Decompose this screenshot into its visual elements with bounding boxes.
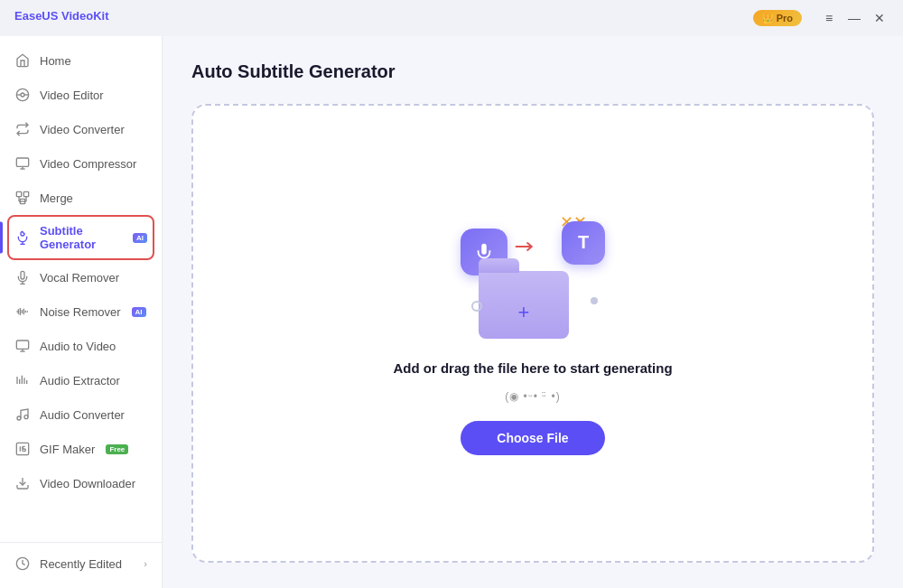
sidebar-label-audio-converter: Audio Converter bbox=[40, 408, 125, 422]
merge-icon bbox=[14, 190, 31, 206]
titlebar: EaseUS VideoKit Pro ≡ — ✕ bbox=[0, 0, 903, 36]
sidebar-item-home[interactable]: Home bbox=[0, 43, 162, 78]
minimize-button[interactable]: — bbox=[842, 5, 867, 31]
svg-rect-8 bbox=[23, 191, 28, 196]
sidebar-item-video-converter[interactable]: Video Converter bbox=[0, 112, 162, 146]
video-compressor-icon bbox=[14, 155, 31, 172]
folder-plus-icon: + bbox=[510, 299, 537, 326]
chevron-right-icon: › bbox=[144, 558, 147, 569]
home-icon bbox=[14, 52, 31, 69]
sidebar-label-home: Home bbox=[40, 54, 71, 68]
sidebar-item-noise-remover[interactable]: Noise Remover AI bbox=[0, 294, 162, 329]
recently-edited-item[interactable]: Recently Edited › bbox=[0, 546, 162, 581]
drop-zone-sub-text: (◉ •ᵕ• ᵕ̈ •) bbox=[505, 390, 561, 403]
dot-decoration bbox=[591, 297, 598, 304]
sidebar-item-audio-to-video[interactable]: Audio to Video bbox=[0, 329, 162, 363]
audio-to-video-icon bbox=[14, 338, 31, 354]
noise-remover-icon bbox=[14, 303, 31, 320]
sidebar-label-merge: Merge bbox=[40, 191, 73, 205]
svg-point-1 bbox=[21, 93, 24, 97]
sidebar-label-video-compressor: Video Compressor bbox=[40, 157, 136, 171]
vocal-remover-icon bbox=[14, 269, 31, 285]
upload-illustration: ✕✕ ⤡ T + bbox=[461, 212, 605, 339]
sidebar-item-video-downloader[interactable]: Video Downloader bbox=[0, 466, 162, 500]
sidebar-item-merge[interactable]: Merge bbox=[0, 181, 162, 215]
sidebar-item-video-compressor[interactable]: Video Compressor bbox=[0, 146, 162, 181]
audio-extractor-icon bbox=[14, 372, 31, 388]
sidebar-item-subtitle-generator[interactable]: Subtitle Generator AI bbox=[0, 215, 162, 260]
sidebar: Home Video Editor Video Converter Video … bbox=[0, 36, 163, 588]
menu-button[interactable]: ≡ bbox=[816, 5, 842, 31]
page-title: Auto Subtitle Generator bbox=[191, 61, 874, 82]
svg-point-34 bbox=[24, 415, 28, 419]
svg-rect-4 bbox=[16, 158, 28, 166]
app-logo: EaseUS VideoKit bbox=[14, 9, 109, 23]
sidebar-label-audio-to-video: Audio to Video bbox=[40, 340, 116, 353]
video-editor-icon bbox=[14, 87, 31, 103]
gif-maker-icon bbox=[14, 441, 31, 457]
choose-file-button[interactable]: Choose File bbox=[461, 421, 604, 455]
drop-zone-main-text: Add or drag the file here to start gener… bbox=[393, 360, 672, 376]
sidebar-label-video-converter: Video Converter bbox=[40, 123, 125, 136]
sidebar-item-audio-extractor[interactable]: Audio Extractor bbox=[0, 363, 162, 397]
drop-zone[interactable]: ✕✕ ⤡ T + Add or bbox=[191, 104, 874, 563]
sidebar-label-video-editor: Video Editor bbox=[40, 89, 104, 102]
ai-badge-subtitle: AI bbox=[133, 233, 147, 243]
video-converter-icon bbox=[14, 121, 31, 137]
sidebar-label-audio-extractor: Audio Extractor bbox=[40, 374, 120, 387]
sidebar-label-subtitle-generator: Subtitle Generator bbox=[40, 224, 122, 251]
pro-badge[interactable]: Pro bbox=[753, 10, 802, 26]
sidebar-label-noise-remover: Noise Remover bbox=[40, 305, 121, 319]
video-downloader-icon bbox=[14, 475, 31, 491]
recently-edited-label: Recently Edited bbox=[40, 557, 122, 571]
svg-rect-25 bbox=[16, 341, 28, 349]
ai-badge-noise: AI bbox=[132, 307, 146, 317]
arrow-right-icon bbox=[515, 238, 535, 258]
recently-edited-icon bbox=[14, 555, 31, 572]
folder-icon: + bbox=[479, 271, 569, 339]
sidebar-item-gif-maker[interactable]: GIF Maker Free bbox=[0, 432, 162, 466]
svg-point-33 bbox=[17, 416, 21, 420]
t-bubble: T bbox=[562, 221, 605, 265]
main-content: Auto Subtitle Generator ✕✕ ⤡ T bbox=[163, 36, 903, 588]
circle-decoration bbox=[471, 301, 482, 312]
svg-rect-7 bbox=[16, 191, 21, 196]
audio-converter-icon bbox=[14, 406, 31, 423]
sidebar-label-vocal-remover: Vocal Remover bbox=[40, 271, 119, 285]
sidebar-item-video-editor[interactable]: Video Editor bbox=[0, 78, 162, 112]
sidebar-bottom: Recently Edited › bbox=[0, 542, 162, 581]
close-button[interactable]: ✕ bbox=[867, 5, 892, 31]
sidebar-label-gif-maker: GIF Maker bbox=[40, 443, 95, 456]
subtitle-generator-icon bbox=[14, 229, 31, 246]
sidebar-item-audio-converter[interactable]: Audio Converter bbox=[0, 397, 162, 432]
free-badge-gif: Free bbox=[106, 444, 128, 454]
sidebar-label-video-downloader: Video Downloader bbox=[40, 477, 135, 490]
sidebar-item-vocal-remover[interactable]: Vocal Remover bbox=[0, 260, 162, 294]
app-body: Home Video Editor Video Converter Video … bbox=[0, 36, 903, 588]
